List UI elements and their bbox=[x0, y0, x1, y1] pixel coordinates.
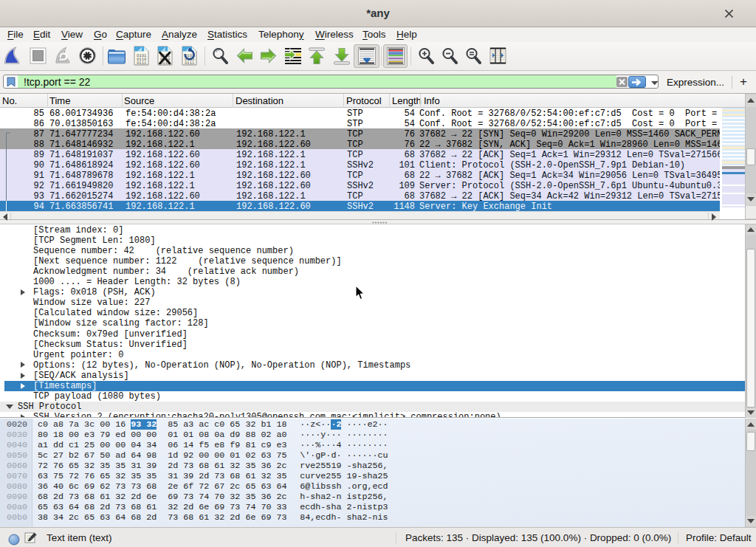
svg-text:0111: 0111 bbox=[137, 61, 147, 66]
svg-text:0111: 0111 bbox=[185, 61, 195, 66]
